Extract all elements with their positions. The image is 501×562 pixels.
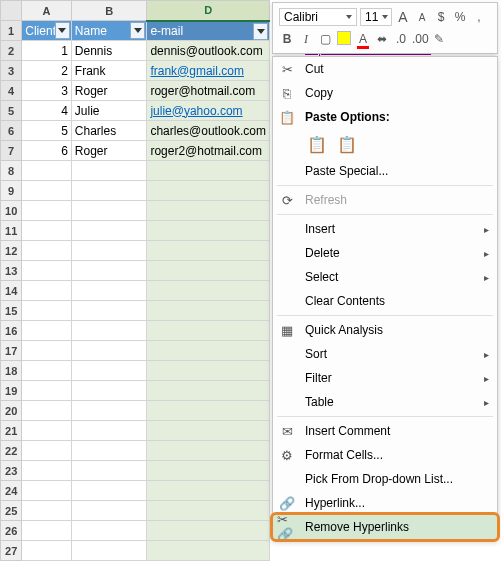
row-header[interactable]: 17 — [1, 341, 22, 361]
row-header[interactable]: 9 — [1, 181, 22, 201]
filter-dropdown-icon[interactable] — [130, 22, 145, 39]
percent-button[interactable]: % — [452, 10, 468, 24]
cell[interactable] — [147, 361, 270, 381]
menu-table[interactable]: Table — [273, 390, 497, 414]
cell[interactable]: 6 — [22, 141, 72, 161]
menu-sort[interactable]: Sort — [273, 342, 497, 366]
row-header[interactable]: 24 — [1, 481, 22, 501]
cell[interactable] — [22, 161, 72, 181]
cell[interactable] — [71, 461, 147, 481]
cell-email[interactable]: dennis@outlook.com — [147, 41, 270, 61]
format-painter-button[interactable]: ✎ — [431, 32, 447, 46]
cell[interactable]: Roger — [71, 81, 147, 101]
cell[interactable] — [147, 181, 270, 201]
menu-insert[interactable]: Insert — [273, 217, 497, 241]
increase-decimal-button[interactable]: .00 — [412, 32, 428, 46]
cell[interactable] — [71, 181, 147, 201]
row-header[interactable]: 13 — [1, 261, 22, 281]
cell[interactable] — [71, 521, 147, 541]
cell[interactable] — [147, 521, 270, 541]
bold-button[interactable]: B — [279, 32, 295, 46]
menu-remove-hyperlinks[interactable]: ✂🔗Remove Hyperlinks — [273, 515, 497, 539]
filter-dropdown-icon[interactable] — [253, 23, 268, 40]
paste-option-default[interactable]: 📋 — [305, 132, 329, 156]
row-header[interactable]: 22 — [1, 441, 22, 461]
row-header[interactable]: 20 — [1, 401, 22, 421]
cell[interactable] — [147, 161, 270, 181]
col-header-d[interactable]: D — [147, 1, 270, 21]
cell-email[interactable]: roger2@hotmail.com — [147, 141, 270, 161]
cell[interactable] — [71, 421, 147, 441]
row-header[interactable]: 25 — [1, 501, 22, 521]
cell[interactable] — [147, 401, 270, 421]
menu-pick-list[interactable]: Pick From Drop-down List... — [273, 467, 497, 491]
row-header[interactable]: 14 — [1, 281, 22, 301]
cell[interactable] — [22, 441, 72, 461]
menu-filter[interactable]: Filter — [273, 366, 497, 390]
cell[interactable] — [147, 301, 270, 321]
cell[interactable] — [71, 481, 147, 501]
cell[interactable]: 3 — [22, 81, 72, 101]
cell[interactable] — [147, 461, 270, 481]
italic-button[interactable]: I — [298, 32, 314, 47]
cell[interactable] — [147, 221, 270, 241]
cell[interactable] — [71, 501, 147, 521]
cell[interactable] — [71, 281, 147, 301]
cell[interactable] — [22, 521, 72, 541]
cell[interactable] — [22, 361, 72, 381]
decrease-decimal-button[interactable]: .0 — [393, 32, 409, 46]
cell[interactable] — [22, 541, 72, 561]
cell[interactable]: Roger — [71, 141, 147, 161]
cell[interactable] — [71, 341, 147, 361]
select-all-corner[interactable] — [1, 1, 22, 21]
col-header-b[interactable]: B — [71, 1, 147, 21]
comma-button[interactable]: , — [471, 10, 487, 24]
cell[interactable] — [22, 401, 72, 421]
cell-email[interactable]: charles@outlook.com — [147, 121, 270, 141]
cell[interactable] — [147, 381, 270, 401]
border-button[interactable]: ▢ — [317, 32, 333, 46]
table-header-email[interactable]: e-mail — [147, 21, 270, 41]
cell[interactable] — [22, 221, 72, 241]
cell[interactable] — [71, 381, 147, 401]
cell[interactable] — [147, 541, 270, 561]
spreadsheet-grid[interactable]: A B D 1 Client# Name e-mail 21Dennisdenn… — [0, 0, 270, 561]
menu-delete[interactable]: Delete — [273, 241, 497, 265]
row-header[interactable]: 8 — [1, 161, 22, 181]
table-header-name[interactable]: Name — [71, 21, 147, 41]
cell[interactable]: Charles — [71, 121, 147, 141]
cell[interactable] — [71, 201, 147, 221]
cell[interactable] — [147, 481, 270, 501]
row-header[interactable]: 27 — [1, 541, 22, 561]
menu-hyperlink[interactable]: 🔗Hyperlink... — [273, 491, 497, 515]
cell[interactable] — [147, 501, 270, 521]
row-header[interactable]: 10 — [1, 201, 22, 221]
cell[interactable]: Julie — [71, 101, 147, 121]
cell[interactable] — [71, 241, 147, 261]
cell[interactable] — [22, 181, 72, 201]
cell[interactable] — [71, 441, 147, 461]
menu-copy[interactable]: ⎘Copy — [273, 81, 497, 105]
paste-option-values[interactable]: 📋 — [335, 132, 359, 156]
cell[interactable] — [71, 301, 147, 321]
cell[interactable] — [22, 301, 72, 321]
menu-cut[interactable]: ✂Cut — [273, 57, 497, 81]
row-header[interactable]: 4 — [1, 81, 22, 101]
cell[interactable] — [22, 261, 72, 281]
row-header[interactable]: 26 — [1, 521, 22, 541]
cell[interactable] — [147, 341, 270, 361]
cell[interactable] — [147, 241, 270, 261]
row-header[interactable]: 18 — [1, 361, 22, 381]
cell[interactable] — [71, 541, 147, 561]
cell[interactable] — [71, 361, 147, 381]
grow-font-button[interactable]: A — [395, 9, 411, 25]
shrink-font-button[interactable]: A — [414, 12, 430, 23]
row-header[interactable]: 11 — [1, 221, 22, 241]
row-header[interactable]: 1 — [1, 21, 22, 41]
cell[interactable] — [22, 461, 72, 481]
menu-quick-analysis[interactable]: ▦Quick Analysis — [273, 318, 497, 342]
currency-button[interactable]: $ — [433, 10, 449, 24]
cell[interactable] — [71, 401, 147, 421]
cell[interactable] — [22, 281, 72, 301]
row-header[interactable]: 15 — [1, 301, 22, 321]
